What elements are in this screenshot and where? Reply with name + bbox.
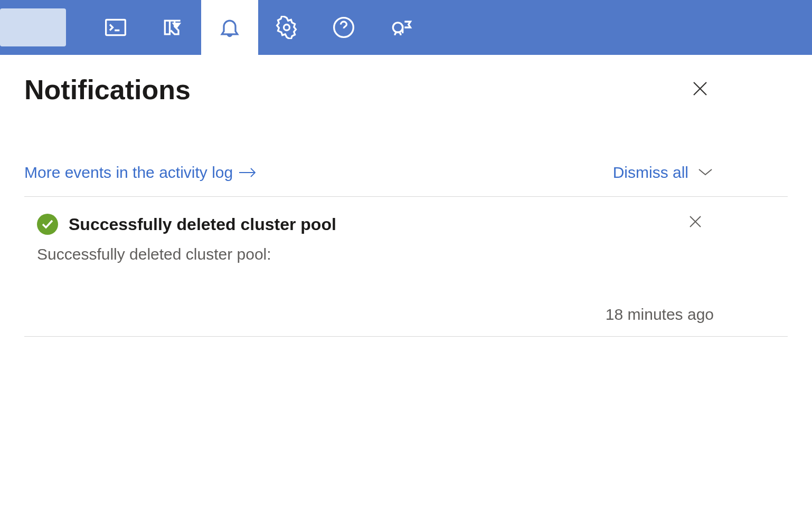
notification-title: Successfully deleted cluster pool xyxy=(69,215,336,234)
svg-rect-0 xyxy=(106,20,126,35)
feedback-icon[interactable] xyxy=(372,0,429,55)
more-events-label: More events in the activity log xyxy=(24,164,233,182)
notification-item: Successfully deleted cluster pool Succes… xyxy=(24,197,788,337)
dismiss-notification-button[interactable] xyxy=(687,214,703,232)
search-input[interactable] xyxy=(0,8,66,46)
panel-title: Notifications xyxy=(24,74,191,106)
svg-point-1 xyxy=(284,25,290,31)
settings-icon[interactable] xyxy=(258,0,315,55)
notification-description: Successfully deleted cluster pool: xyxy=(37,245,788,263)
svg-point-3 xyxy=(393,23,402,32)
cloud-shell-icon[interactable] xyxy=(87,0,144,55)
more-events-link[interactable]: More events in the activity log xyxy=(24,164,257,182)
notifications-icon[interactable] xyxy=(201,0,258,55)
notification-timestamp: 18 minutes ago xyxy=(37,306,714,323)
filter-icon[interactable] xyxy=(144,0,201,55)
top-toolbar xyxy=(0,0,812,55)
dismiss-all-button[interactable]: Dismiss all xyxy=(613,164,688,182)
success-check-icon xyxy=(37,214,58,235)
chevron-down-icon[interactable] xyxy=(697,166,714,179)
close-panel-button[interactable] xyxy=(686,75,714,104)
actions-row: More events in the activity log Dismiss … xyxy=(24,164,788,197)
help-icon[interactable] xyxy=(315,0,372,55)
notifications-panel: Notifications More events in the activit… xyxy=(0,55,812,337)
